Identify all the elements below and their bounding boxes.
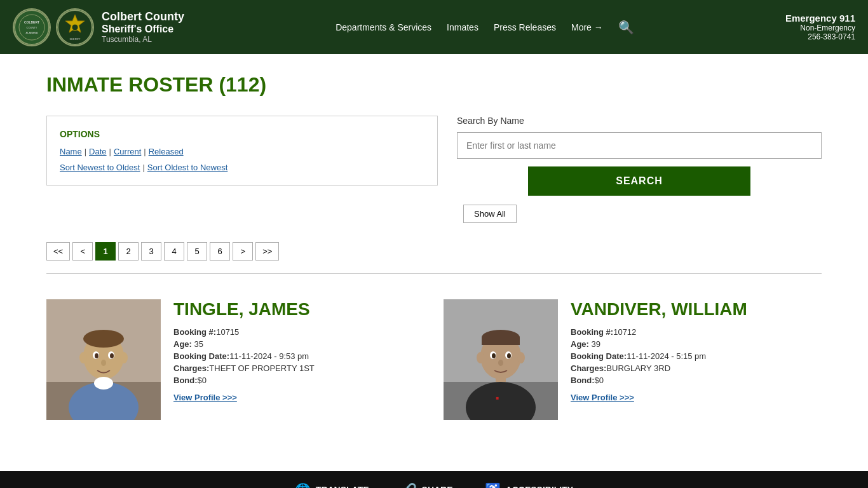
inmate-bond-tingle: Bond:$0	[173, 376, 424, 385]
inmates-grid: TINGLE, JAMES Booking #:10715 Age: 35 Bo…	[46, 293, 822, 426]
inmate-photo-vandiver: ■	[444, 299, 558, 420]
translate-label: TRANSLATE	[316, 485, 369, 488]
search-button[interactable]: SEARCH	[528, 166, 750, 196]
svg-point-20	[95, 353, 98, 358]
svg-text:ALABAMA: ALABAMA	[26, 31, 38, 34]
svg-point-37	[507, 353, 511, 358]
header-title: Colbert County Sheriff's Office Tuscumbi…	[102, 10, 184, 44]
sort-links: Sort Newest to Oldest | Sort Oldest to N…	[60, 163, 424, 172]
pagination: << < 1 2 3 4 5 6 > >>	[46, 242, 822, 261]
page-next[interactable]: >	[233, 242, 253, 261]
sep2: |	[109, 147, 111, 156]
svg-point-21	[110, 353, 114, 358]
header-search-icon[interactable]: 🔍	[618, 20, 634, 35]
svg-point-33	[517, 352, 525, 363]
svg-point-36	[492, 353, 496, 358]
options-box: OPTIONS Name | Date | Current | Released…	[46, 116, 438, 186]
svg-text:COLBERT: COLBERT	[24, 20, 39, 24]
inmate-info-tingle: TINGLE, JAMES Booking #:10715 Age: 35 Bo…	[173, 299, 424, 402]
svg-text:SHERIFF: SHERIFF	[69, 37, 81, 41]
svg-point-15	[83, 330, 124, 348]
inmate-photo-tingle	[46, 299, 161, 420]
page-title: INMATE ROSTER (112)	[46, 73, 822, 97]
inmate-card-tingle: TINGLE, JAMES Booking #:10715 Age: 35 Bo…	[46, 293, 424, 426]
footer-share[interactable]: 🔗 SHARE	[401, 482, 453, 488]
header-contact: Emergency 911 Non-Emergency 256-383-0741	[785, 13, 855, 41]
svg-point-17	[120, 352, 128, 363]
site-footer: 🌐 TRANSLATE 🔗 SHARE ♿ ACCESSIBILITY	[0, 471, 868, 488]
page-3[interactable]: 3	[141, 242, 161, 261]
options-title: OPTIONS	[60, 129, 424, 139]
inmate-age-tingle: Age: 35	[173, 339, 424, 349]
svg-point-16	[79, 352, 87, 363]
inmate-booking-date-vandiver: Booking Date:11-11-2024 - 5:15 pm	[571, 351, 822, 361]
emergency-label: Emergency 911	[785, 13, 855, 24]
page-5[interactable]: 5	[187, 242, 207, 261]
svg-point-22	[101, 360, 106, 366]
page-6[interactable]: 6	[210, 242, 230, 261]
svg-text:COUNTY: COUNTY	[27, 26, 37, 29]
inmate-charges-vandiver: Charges:BURGLARY 3RD	[571, 363, 822, 373]
accessibility-label: ACCESSIBILITY	[506, 485, 574, 488]
location: Tuscumbia, AL	[102, 35, 184, 44]
inmate-booking-tingle: Booking #:10715	[173, 327, 424, 337]
inmate-age-vandiver: Age: 39	[571, 339, 822, 349]
svg-point-32	[477, 352, 484, 363]
sort-newest[interactable]: Sort Newest to Oldest	[60, 163, 140, 172]
page-prev[interactable]: <	[72, 242, 93, 261]
nav-press-releases[interactable]: Press Releases	[494, 22, 556, 32]
sort-oldest[interactable]: Sort Oldest to Newest	[147, 163, 227, 172]
sub-name: Sheriff's Office	[102, 24, 184, 35]
org-name: Colbert County	[102, 10, 184, 24]
share-icon: 🔗	[401, 482, 417, 488]
svg-point-7	[72, 24, 78, 30]
inmate-info-vandiver: VANDIVER, WILLIAM Booking #:10712 Age: 3…	[571, 299, 822, 402]
non-emergency-label: Non-Emergency	[785, 24, 855, 32]
page-first[interactable]: <<	[46, 242, 70, 261]
svg-rect-31	[482, 337, 520, 345]
search-input[interactable]	[457, 132, 822, 159]
svg-point-38	[498, 360, 503, 366]
main-content: INMATE ROSTER (112) OPTIONS Name | Date …	[21, 54, 847, 445]
header-left: COLBERT COUNTY ALABAMA SHERIFF Colbert C…	[13, 8, 184, 46]
view-profile-tingle[interactable]: View Profile >>>	[173, 393, 237, 402]
show-all-button[interactable]: Show All	[463, 205, 517, 223]
inmate-name-tingle: TINGLE, JAMES	[173, 299, 424, 320]
share-label: SHARE	[422, 485, 453, 488]
page-4[interactable]: 4	[164, 242, 184, 261]
page-1[interactable]: 1	[95, 242, 116, 261]
nav-more[interactable]: More →	[571, 22, 603, 32]
inmate-name-vandiver: VANDIVER, WILLIAM	[571, 299, 822, 320]
nav-departments[interactable]: Departments & Services	[336, 22, 431, 32]
sort-sep: |	[142, 163, 144, 172]
option-name[interactable]: Name	[60, 147, 82, 156]
sep3: |	[144, 147, 146, 156]
non-emergency-number: 256-383-0741	[785, 32, 855, 41]
options-links: Name | Date | Current | Released	[60, 147, 424, 156]
view-profile-vandiver[interactable]: View Profile >>>	[571, 393, 634, 402]
inmate-charges-tingle: Charges:THEFT OF PROPERTY 1ST	[173, 363, 424, 373]
sep1: |	[85, 147, 86, 156]
header-logos: COLBERT COUNTY ALABAMA SHERIFF	[13, 8, 94, 46]
page-2[interactable]: 2	[118, 242, 139, 261]
option-date[interactable]: Date	[89, 147, 106, 156]
page-last[interactable]: >>	[255, 242, 279, 261]
option-released[interactable]: Released	[149, 147, 184, 156]
main-nav: Departments & Services Inmates Press Rel…	[184, 20, 785, 35]
option-current[interactable]: Current	[114, 147, 141, 156]
accessibility-icon: ♿	[485, 482, 501, 488]
divider	[46, 273, 822, 274]
translate-icon: 🌐	[295, 482, 311, 488]
footer-accessibility[interactable]: ♿ ACCESSIBILITY	[485, 482, 574, 488]
site-header: COLBERT COUNTY ALABAMA SHERIFF Colbert C…	[0, 0, 868, 54]
nav-inmates[interactable]: Inmates	[447, 22, 478, 32]
inmate-card-vandiver: ■ VANDIVER, WILLIAM Booking #:10712 Age:…	[444, 293, 822, 426]
footer-translate[interactable]: 🌐 TRANSLATE	[295, 482, 369, 488]
inmate-booking-vandiver: Booking #:10712	[571, 327, 822, 337]
logo-colbert: COLBERT COUNTY ALABAMA	[13, 8, 51, 46]
options-search-row: OPTIONS Name | Date | Current | Released…	[46, 116, 822, 223]
svg-text:■: ■	[496, 395, 499, 401]
search-box: Search By Name SEARCH Show All	[457, 116, 822, 223]
search-label: Search By Name	[457, 116, 822, 126]
inmate-bond-vandiver: Bond:$0	[571, 376, 822, 385]
